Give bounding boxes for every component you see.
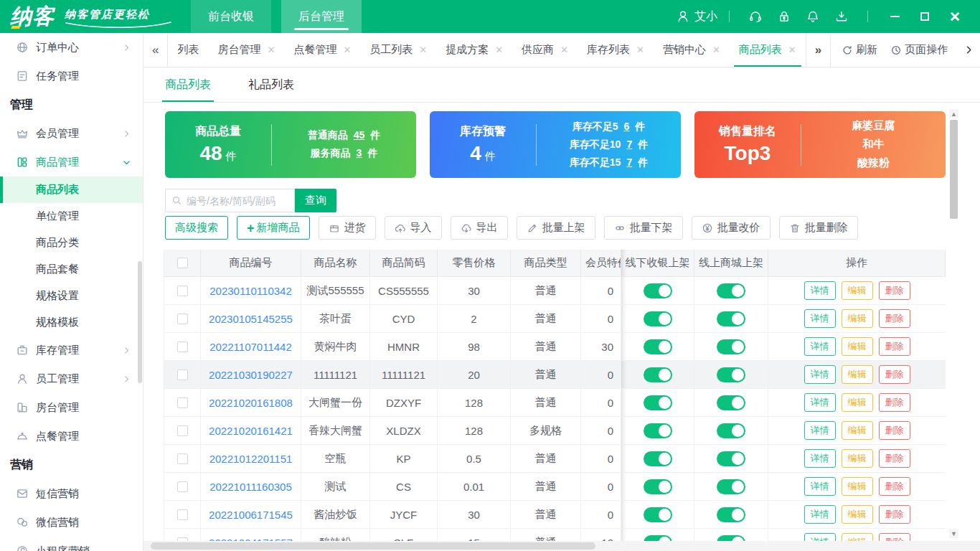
online-shelf-toggle[interactable] [717, 395, 745, 410]
sidebar-item[interactable]: 商品管理 [0, 148, 143, 176]
close-tab-icon[interactable]: ✕ [267, 44, 275, 55]
card-line-number[interactable]: 7 [626, 156, 632, 168]
delete-button[interactable]: 删除 [879, 337, 910, 356]
row-checkbox[interactable] [177, 509, 188, 520]
detail-button[interactable]: 详情 [804, 281, 836, 300]
online-shelf-toggle[interactable] [717, 367, 745, 382]
headset-icon[interactable] [748, 9, 763, 24]
sidebar-subitem[interactable]: 单位管理 [0, 203, 143, 230]
hscroll-thumb[interactable] [151, 542, 595, 550]
batch-delete-button[interactable]: 批量删除 [779, 216, 858, 240]
edit-button[interactable]: 编辑 [842, 281, 873, 300]
sidebar-item[interactable]: 小程序营销 [0, 537, 143, 551]
offline-shelf-toggle[interactable] [644, 451, 672, 466]
sidebar-item[interactable]: 订单中心 [0, 33, 143, 62]
edit-button[interactable]: 编辑 [842, 505, 873, 524]
online-shelf-toggle[interactable] [717, 339, 745, 354]
row-checkbox[interactable] [177, 397, 188, 408]
card-line-number[interactable]: 45 [354, 129, 365, 141]
card-line-number[interactable]: 6 [624, 121, 630, 132]
delete-button[interactable]: 删除 [879, 421, 910, 440]
select-all-checkbox[interactable] [177, 258, 188, 268]
offline-shelf-toggle[interactable] [644, 311, 672, 326]
card-line-number[interactable]: 3 [357, 147, 362, 159]
offline-shelf-toggle[interactable] [644, 507, 672, 522]
batch-reprice-button[interactable]: 批量改价 [692, 216, 771, 240]
product-code-link[interactable]: 20221107011442 [209, 341, 292, 353]
sidebar-scrollbar[interactable] [138, 261, 142, 383]
delete-button[interactable]: 删除 [879, 477, 910, 496]
open-tab[interactable]: 提成方案✕ [436, 33, 512, 67]
open-tab[interactable]: 列表 [168, 33, 208, 67]
product-code-link[interactable]: 20221020161421 [209, 425, 293, 437]
detail-button[interactable]: 详情 [804, 309, 836, 328]
sidebar-item[interactable]: 短信营销 [0, 479, 143, 508]
edit-button[interactable]: 编辑 [842, 449, 873, 468]
sidebar-item[interactable]: 微信营销 [0, 508, 143, 537]
sidebar-item[interactable]: 点餐管理 [0, 422, 143, 451]
product-code-link[interactable]: 20221011160305 [209, 481, 292, 493]
open-tab[interactable]: 房台管理✕ [208, 33, 284, 67]
row-checkbox[interactable] [177, 314, 188, 324]
detail-button[interactable]: 详情 [804, 393, 836, 412]
row-checkbox[interactable] [177, 342, 188, 352]
batch-off-shelf-button[interactable]: 批量下架 [604, 216, 683, 240]
user-menu[interactable]: 艾小 [676, 9, 717, 24]
import-button[interactable]: 导入 [385, 216, 442, 240]
batch-on-shelf-button[interactable]: 批量上架 [517, 216, 595, 240]
more-chevron-icon[interactable] [962, 33, 980, 67]
sidebar-subitem[interactable]: 规格设置 [0, 283, 143, 309]
sidebar-item[interactable]: 会员管理 [0, 119, 143, 148]
open-tab[interactable]: 营销中心✕ [654, 33, 730, 67]
detail-button[interactable]: 详情 [804, 449, 836, 468]
card-line-number[interactable]: 7 [626, 138, 632, 150]
offline-shelf-toggle[interactable] [644, 339, 672, 354]
tab-gift-list[interactable]: 礼品列表 [248, 67, 294, 102]
delete-button[interactable]: 删除 [879, 449, 910, 468]
edit-button[interactable]: 编辑 [842, 477, 873, 496]
search-input[interactable] [187, 195, 288, 207]
tabs-scroll-left-icon[interactable]: « [143, 33, 168, 67]
product-code-link[interactable]: 20230110110342 [209, 285, 292, 297]
sidebar-subitem[interactable]: 商品列表 [0, 176, 143, 203]
close-tab-icon[interactable]: ✕ [560, 44, 568, 55]
product-code-link[interactable]: 20221006171545 [209, 509, 293, 521]
minimize-button[interactable] [888, 10, 901, 23]
delete-button[interactable]: 删除 [879, 365, 910, 384]
online-shelf-toggle[interactable] [717, 311, 745, 326]
detail-button[interactable]: 详情 [804, 365, 836, 384]
close-tab-icon[interactable]: ✕ [788, 44, 796, 55]
horizontal-scrollbar[interactable] [143, 541, 980, 551]
online-shelf-toggle[interactable] [717, 451, 745, 466]
header-nav-cashier[interactable]: 前台收银 [191, 0, 271, 33]
row-checkbox[interactable] [177, 369, 188, 380]
edit-button[interactable]: 编辑 [842, 421, 873, 440]
detail-button[interactable]: 详情 [804, 505, 836, 524]
header-nav-backoffice[interactable]: 后台管理 [281, 0, 362, 33]
close-tab-icon[interactable]: ✕ [495, 44, 503, 55]
vertical-scrollbar[interactable]: ▲ ▼ [949, 109, 958, 538]
delete-button[interactable]: 删除 [879, 309, 910, 328]
product-code-link[interactable]: 20221020161808 [209, 397, 293, 409]
refresh-button[interactable]: 刷新 [835, 43, 884, 57]
row-checkbox[interactable] [177, 453, 188, 464]
row-checkbox[interactable] [177, 286, 188, 296]
search-button[interactable]: 查询 [295, 189, 336, 212]
close-tab-icon[interactable]: ✕ [419, 44, 427, 55]
sidebar-item[interactable]: 任务管理 [0, 62, 143, 90]
edit-button[interactable]: 编辑 [842, 337, 873, 356]
detail-button[interactable]: 详情 [804, 477, 836, 496]
add-product-button[interactable]: +新增商品 [237, 216, 310, 240]
edit-button[interactable]: 编辑 [842, 393, 873, 412]
edit-button[interactable]: 编辑 [842, 365, 873, 384]
page-ops-button[interactable]: 页面操作 [884, 43, 954, 57]
product-code-link[interactable]: 20230105145255 [209, 313, 293, 325]
advanced-search-button[interactable]: 高级搜索 [165, 216, 228, 240]
offline-shelf-toggle[interactable] [644, 423, 672, 438]
open-tab[interactable]: 库存列表✕ [578, 33, 654, 67]
open-tab[interactable]: 点餐管理✕ [284, 33, 360, 67]
download-icon[interactable] [834, 9, 849, 24]
scroll-up-icon[interactable]: ▲ [949, 109, 958, 118]
product-code-link[interactable]: 20221030190227 [209, 369, 293, 381]
scroll-down-icon[interactable]: ▼ [949, 529, 958, 538]
